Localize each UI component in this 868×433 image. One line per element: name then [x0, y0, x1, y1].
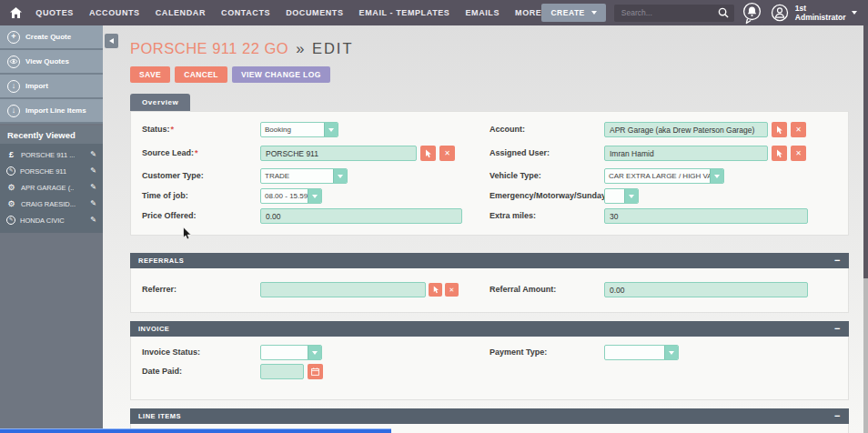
vertical-scrollbar[interactable]: [863, 25, 868, 433]
extra-miles-input[interactable]: [604, 208, 808, 224]
form-row: Referrer: ✕ Referral Amount:: [131, 282, 848, 297]
nav-item-quotes[interactable]: QUOTES: [35, 8, 74, 17]
edit-circle-icon: ✎: [6, 216, 15, 225]
invoice-header[interactable]: INVOICE −: [130, 321, 849, 337]
view-change-log-button[interactable]: VIEW CHANGE LOG: [232, 66, 330, 83]
clear-record-button[interactable]: ✕: [791, 146, 806, 161]
recent-item[interactable]: £ PORSCHE 911 ... ✎: [0, 146, 103, 163]
sidebar-filler: [0, 233, 103, 433]
referrer-label: Referrer:: [142, 285, 260, 294]
user-avatar-icon[interactable]: [770, 3, 790, 23]
nav-item-documents[interactable]: DOCUMENTS: [286, 8, 343, 17]
required-marker: *: [195, 148, 198, 157]
extra-miles-label: Extra miles:: [490, 211, 604, 220]
invoice-status-select[interactable]: [260, 345, 322, 360]
recent-item[interactable]: ✎ HONDA CIVIC ✎: [0, 212, 103, 228]
payment-type-label: Payment Type:: [490, 347, 604, 357]
line-items-header[interactable]: LINE ITEMS −: [130, 408, 849, 424]
notifications-bell-icon[interactable]: [742, 2, 762, 25]
chevron-left-icon: [109, 38, 114, 44]
pencil-icon[interactable]: ✎: [90, 216, 96, 224]
search-icon[interactable]: [718, 7, 729, 18]
source-lead-input[interactable]: [260, 146, 417, 161]
chevron-down-icon: [333, 169, 347, 183]
payment-type-select[interactable]: [604, 345, 679, 360]
vehicle-type-select[interactable]: CAR EXTRA LARGE / HIGH VALUE: [604, 168, 724, 184]
form-row: Invoice Status: Payment Type:: [131, 345, 848, 360]
customer-type-select[interactable]: TRADE: [260, 168, 348, 184]
referrals-section: REFERRALS − Referrer: ✕ Referral Amount:: [130, 253, 849, 313]
save-button[interactable]: SAVE: [130, 66, 170, 83]
recently-viewed-list: £ PORSCHE 911 ... ✎ ✎ PORSCHE 911 ✎ ⚙ AP…: [0, 144, 103, 233]
invoice-section: INVOICE − Invoice Status: Payment Type:: [130, 321, 849, 400]
recent-item[interactable]: ⚙ APR GARAGE (.. ✎: [0, 179, 103, 196]
tab-overview[interactable]: Overview: [130, 94, 190, 111]
form-row: Price Offered: Extra miles:: [131, 208, 848, 224]
user-name: 1st Administrator: [795, 4, 847, 22]
nav-item-calendar[interactable]: CALENDAR: [156, 8, 206, 17]
nav-item-accounts[interactable]: ACCOUNTS: [89, 8, 140, 17]
main-content: PORSCHE 911 22 GO » EDIT SAVE CANCEL VIE…: [103, 25, 868, 433]
create-button[interactable]: CREATE: [541, 4, 605, 22]
nav-item-emails[interactable]: EMAILS: [465, 8, 500, 17]
price-offered-input[interactable]: [260, 208, 462, 224]
vehicle-type-label: Vehicle Type:: [490, 171, 604, 180]
form-row: Status:* Booking Account: ✕: [131, 122, 848, 137]
status-select[interactable]: Booking: [260, 122, 338, 137]
scrollbar-thumb[interactable]: [863, 25, 868, 278]
price-offered-label: Price Offered:: [142, 211, 260, 220]
form-row: Customer Type: TRADE Vehicle Type: CAR E…: [131, 168, 848, 184]
sidebar-create-quote-button[interactable]: + Create Quote: [0, 25, 103, 48]
clear-record-button[interactable]: ✕: [791, 122, 806, 137]
clear-record-button[interactable]: ✕: [439, 146, 455, 161]
download-circle-icon: ↓: [7, 80, 20, 93]
sidebar-import-line-items-button[interactable]: ↓ Import Line Items: [0, 99, 103, 122]
sidebar-import-button[interactable]: ↓ Import: [0, 75, 103, 97]
record-actions: SAVE CANCEL VIEW CHANGE LOG: [130, 66, 868, 83]
eye-circle-icon: [7, 55, 20, 68]
plus-circle-icon: +: [7, 31, 20, 44]
download-circle-icon: ↓: [7, 105, 20, 117]
status-label: Status:*: [142, 125, 260, 134]
select-record-button[interactable]: [429, 283, 442, 297]
pound-icon: £: [6, 151, 16, 159]
recent-item[interactable]: ⚙ CRAIG RAESID... ✎: [0, 196, 103, 212]
select-record-button[interactable]: [772, 122, 787, 137]
clear-record-button[interactable]: ✕: [445, 283, 459, 297]
search-input[interactable]: [620, 7, 718, 18]
top-navbar: QUOTES ACCOUNTS CALENDAR CONTACTS DOCUME…: [0, 0, 868, 25]
sidebar-collapse-button[interactable]: [105, 34, 118, 48]
nav-item-more[interactable]: MORE: [515, 8, 541, 17]
nav-item-contacts[interactable]: CONTACTS: [221, 8, 270, 17]
referrals-header[interactable]: REFERRALS −: [130, 253, 849, 268]
home-icon[interactable]: [7, 4, 25, 22]
pencil-icon[interactable]: ✎: [90, 151, 96, 158]
account-input[interactable]: [604, 122, 768, 137]
pencil-icon[interactable]: ✎: [90, 184, 96, 191]
date-paid-input[interactable]: [260, 364, 304, 379]
calendar-icon[interactable]: [308, 364, 323, 379]
collapse-section-icon[interactable]: −: [834, 324, 841, 334]
chevron-down-icon: [852, 11, 857, 15]
cancel-button[interactable]: CANCEL: [175, 66, 227, 83]
pencil-icon[interactable]: ✎: [90, 167, 96, 175]
gear-icon: ⚙: [6, 184, 16, 192]
user-menu[interactable]: 1st Administrator: [795, 4, 861, 22]
referral-amount-input[interactable]: [604, 282, 808, 297]
assigned-user-input[interactable]: [604, 146, 768, 161]
time-of-job-label: Time of job:: [142, 191, 260, 200]
referrer-input[interactable]: [260, 282, 426, 297]
chevron-down-icon: [324, 123, 338, 136]
select-record-button[interactable]: [420, 146, 436, 161]
emergency-select[interactable]: [604, 188, 639, 204]
collapse-section-icon[interactable]: −: [834, 256, 841, 266]
recent-item[interactable]: ✎ PORSCHE 911 ✎: [0, 163, 103, 179]
collapse-section-icon[interactable]: −: [834, 411, 841, 421]
date-paid-label: Date Paid:: [142, 367, 260, 376]
nav-item-email-templates[interactable]: EMAIL - TEMPLATES: [359, 8, 450, 17]
select-record-button[interactable]: [772, 146, 787, 161]
time-of-job-select[interactable]: 08.00 - 15.59: [260, 188, 322, 204]
pencil-icon[interactable]: ✎: [90, 200, 96, 207]
form-row: Date Paid:: [131, 364, 848, 379]
sidebar-view-quotes-button[interactable]: View Quotes: [0, 50, 103, 73]
